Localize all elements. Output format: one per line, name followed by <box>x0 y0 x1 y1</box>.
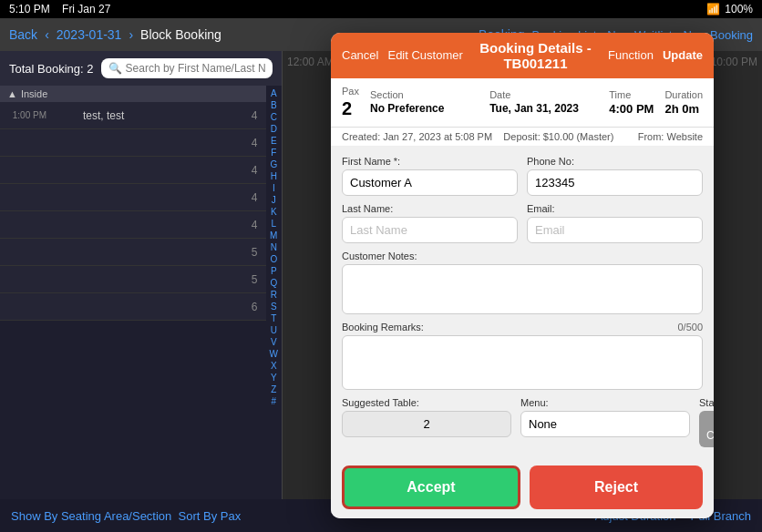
booking-list: ▲ Inside 1:00 PM test, test 4 4 <box>0 86 266 499</box>
back-button[interactable]: Back <box>9 27 37 42</box>
cancel-button[interactable]: Cancel <box>342 48 378 62</box>
alpha-d[interactable]: D <box>266 123 282 135</box>
menu-label: Menu: <box>520 397 690 408</box>
last-name-label: Last Name: <box>342 203 518 214</box>
email-label: Email: <box>527 203 703 214</box>
modal-title: Booking Details - TB001211 <box>472 40 599 71</box>
list-item[interactable]: 4 <box>0 129 266 157</box>
alpha-i[interactable]: I <box>266 182 282 194</box>
modal-overlay: Cancel Edit Customer Booking Details - T… <box>283 51 762 499</box>
accept-button[interactable]: Accept <box>342 466 520 509</box>
customer-notes-group: Customer Notes: <box>342 251 703 314</box>
list-item[interactable]: 4 <box>0 157 266 184</box>
menu-input[interactable] <box>520 411 690 437</box>
status-time: 5:10 PM Fri Jan 27 <box>9 3 110 15</box>
booking-info: Pax 2 Section No Preference Date Tue, Ja… <box>331 78 714 128</box>
section-header: ▲ Inside <box>0 86 266 102</box>
alpha-h[interactable]: H <box>266 170 282 182</box>
booking-remarks-label: Booking Remarks: <box>342 322 424 332</box>
phone-input[interactable] <box>527 169 703 196</box>
battery-icon: 100% <box>725 3 753 15</box>
alpha-z[interactable]: Z <box>266 384 282 395</box>
phone-label: Phone No: <box>527 156 703 167</box>
function-button[interactable]: Function <box>608 48 654 62</box>
wifi-icon: 📶 <box>706 3 720 15</box>
duration-group: Duration 2h 0m <box>664 89 703 116</box>
date-label: 2023-01-31 <box>57 27 122 42</box>
alpha-j[interactable]: J <box>266 194 282 206</box>
customer-notes-input[interactable] <box>342 264 703 314</box>
email-group: Email: <box>527 203 703 243</box>
alpha-v[interactable]: V <box>266 336 282 348</box>
last-name-group: Last Name: <box>342 203 518 243</box>
alpha-b[interactable]: B <box>266 99 282 111</box>
sidebar: Total Booking: 2 🔍 ▲ Inside 1:00 PM test… <box>0 51 283 499</box>
pax-group: Pax 2 <box>342 86 359 119</box>
modal-header: Cancel Edit Customer Booking Details - T… <box>331 33 714 78</box>
customer-notes-label: Customer Notes: <box>342 251 703 261</box>
alpha-e[interactable]: E <box>266 135 282 147</box>
suggested-table-group: Suggested Table: <box>342 397 511 437</box>
alpha-n[interactable]: N <box>266 241 282 253</box>
list-item[interactable]: 5 <box>0 239 266 266</box>
alpha-q[interactable]: Q <box>266 277 282 289</box>
nav-chevron-right[interactable]: › <box>129 27 133 42</box>
section-group: Section No Preference <box>370 89 479 115</box>
reject-button[interactable]: Reject <box>530 466 703 509</box>
section-arrow: ▲ <box>7 88 17 99</box>
right-area: 12:00 AM – 11:59 PM 10:00 PM Cancel Edit… <box>283 51 762 499</box>
first-name-group: First Name *: <box>342 156 518 196</box>
suggested-table-label: Suggested Table: <box>342 397 511 408</box>
edit-customer-button[interactable]: Edit Customer <box>387 48 462 62</box>
status-label: Status: <box>699 397 714 408</box>
list-item[interactable]: 6 <box>0 293 266 321</box>
search-input[interactable] <box>126 62 265 75</box>
suggested-table-input[interactable] <box>342 411 511 437</box>
search-icon: 🔍 <box>108 62 122 75</box>
alpha-a[interactable]: A <box>266 87 282 99</box>
status-group: Status: PendingConfirmation <box>699 397 714 447</box>
nav-chevron-left[interactable]: ‹ <box>45 27 49 42</box>
date-group: Date Tue, Jan 31, 2023 <box>489 89 598 115</box>
total-booking: Total Booking: 2 <box>9 62 94 76</box>
alpha-r[interactable]: R <box>266 289 282 301</box>
sidebar-header: Total Booking: 2 🔍 <box>0 51 282 86</box>
alpha-l[interactable]: L <box>266 218 282 230</box>
sort-by-pax-button[interactable]: Sort By Pax <box>179 509 242 523</box>
alpha-u[interactable]: U <box>266 324 282 336</box>
alpha-x[interactable]: X <box>266 360 282 372</box>
booking-remarks-group: Booking Remarks: 0/500 <box>342 322 703 390</box>
char-count: 0/500 <box>677 322 703 332</box>
alpha-s[interactable]: S <box>266 301 282 312</box>
created-label: Created: Jan 27, 2023 at 5:08 PM <box>342 131 492 142</box>
alpha-c[interactable]: C <box>266 111 282 123</box>
phone-group: Phone No: <box>527 156 703 196</box>
alpha-w[interactable]: W <box>266 348 282 360</box>
search-box[interactable]: 🔍 <box>101 58 273 78</box>
first-name-input[interactable] <box>342 169 518 196</box>
alpha-o[interactable]: O <box>266 253 282 265</box>
alpha-hash[interactable]: # <box>266 395 282 407</box>
booking-remarks-input[interactable] <box>342 335 703 390</box>
alpha-p[interactable]: P <box>266 265 282 277</box>
list-item[interactable]: 5 <box>0 266 266 293</box>
alpha-k[interactable]: K <box>266 206 282 218</box>
alpha-index: A B C D E F G H I J K L M N O P Q R S T <box>266 86 282 499</box>
alpha-g[interactable]: G <box>266 159 282 170</box>
show-by-seating-button[interactable]: Show By Seating Area/Section <box>11 509 171 523</box>
menu-group: Menu: <box>520 397 690 437</box>
last-name-input[interactable] <box>342 217 518 243</box>
list-item[interactable]: 1:00 PM test, test 4 <box>0 102 266 129</box>
time-group: Time 4:00 PM <box>609 89 654 116</box>
alpha-f[interactable]: F <box>266 147 282 159</box>
first-name-label: First Name *: <box>342 156 518 167</box>
alpha-m[interactable]: M <box>266 230 282 241</box>
list-item[interactable]: 4 <box>0 211 266 239</box>
block-booking-label: Block Booking <box>140 27 221 42</box>
email-input[interactable] <box>527 217 703 243</box>
alpha-y[interactable]: Y <box>266 372 282 384</box>
deposit-label: Deposit: $10.00 (Master) <box>503 131 613 142</box>
update-button[interactable]: Update <box>663 48 703 62</box>
alpha-t[interactable]: T <box>266 312 282 324</box>
list-item[interactable]: 4 <box>0 184 266 211</box>
